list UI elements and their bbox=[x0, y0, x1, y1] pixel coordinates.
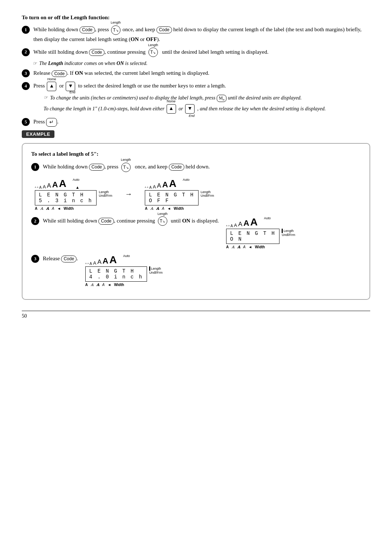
rl-undl-4: Undl/Frm bbox=[149, 271, 163, 274]
lf-6: A bbox=[52, 180, 58, 189]
lf-3: A bbox=[39, 185, 42, 189]
ex-step-number-2: 2 bbox=[31, 217, 39, 225]
lb-width: Width bbox=[64, 207, 74, 211]
section-title: To turn on or off the Length function: bbox=[22, 15, 370, 21]
lf4-3: A bbox=[90, 262, 92, 266]
rl-undl-3: Undl/Frm bbox=[282, 233, 295, 237]
m-key: Mn bbox=[217, 95, 226, 102]
indicator-bar-3 bbox=[282, 229, 283, 233]
lb-a1: A bbox=[35, 207, 37, 211]
up-arrow-note: ▲ bbox=[167, 104, 176, 114]
lb-arrow: ◄ bbox=[57, 207, 61, 211]
step-2: 2 While still holding down Code, continu… bbox=[22, 48, 370, 57]
lb-a2: 𝔸 bbox=[40, 207, 43, 211]
lf4-2: ᴬ bbox=[87, 262, 89, 266]
right-labels-3: Length Undl/Frm bbox=[282, 229, 295, 237]
note-icon-2: ☞ bbox=[44, 95, 48, 101]
step-5: 5 Press ↵. bbox=[22, 117, 370, 126]
note-text-3: To change the length in 1″ (1.0-cm)-step… bbox=[44, 104, 326, 114]
lcd-screen-wrapper-1: L E N G T H 5 . 3 i n c h Length Undl/Fr… bbox=[35, 190, 112, 205]
ex-code-key-release: Code bbox=[61, 256, 77, 262]
lf3-6: A bbox=[244, 219, 249, 228]
lf4-7: A bbox=[109, 254, 117, 266]
rl-length-1: Length bbox=[99, 190, 112, 194]
lb-a4: A bbox=[52, 207, 54, 211]
indicator-bar-4 bbox=[149, 266, 150, 271]
on-text-2: ON bbox=[75, 70, 83, 76]
t-key-2: T↘ bbox=[148, 48, 158, 57]
right-labels-1: Length Undl/Frm bbox=[99, 190, 112, 197]
lf-7: A bbox=[59, 178, 66, 189]
lf-2: ᴬ bbox=[37, 186, 38, 189]
lb3-arrow: ◄ bbox=[248, 245, 252, 249]
arrow-indicator-1: ▲ bbox=[75, 185, 79, 189]
lcd-line1-4: L E N G T H bbox=[89, 268, 143, 274]
page-content: To turn on or off the Length function: 1… bbox=[22, 15, 370, 319]
lb4-a2: 𝔸 bbox=[91, 283, 94, 287]
ex-step-2-content: While still holding down Code, continue … bbox=[43, 218, 219, 224]
t-length-key-1: Length T↘ bbox=[111, 25, 121, 35]
lb3-a2: 𝔸 bbox=[232, 245, 234, 249]
lf3-7: A bbox=[250, 216, 258, 228]
t-length-key-2: Length T↘ bbox=[148, 48, 158, 57]
step-4-content: Press Home ▲ or End ▼ to select the desi… bbox=[33, 81, 370, 91]
lb-a3: 𝔸 bbox=[46, 207, 49, 211]
lcd-screen-wrapper-2: L E N G T H O F F Length Undl/Frm bbox=[145, 190, 214, 205]
lf-4: A bbox=[43, 184, 46, 189]
lcd-group-2: ᴬ ᴬ A A A A A Auto L E N G T H O F F Len… bbox=[145, 178, 214, 211]
lb4-a3: 𝔸 bbox=[97, 283, 99, 287]
enter-key: ↵ bbox=[46, 118, 57, 127]
right-labels-4: Length Undl/Frm bbox=[149, 266, 163, 274]
lcd-font-row-4: ᴬ ᴬ A A A A A Auto bbox=[85, 254, 130, 266]
lf3-2: ᴬ bbox=[228, 225, 229, 228]
length-bold: Length bbox=[48, 61, 63, 66]
step-3-content: Release Code. If ON was selected, the cu… bbox=[33, 69, 370, 78]
lcd-group-4: ᴬ ᴬ A A A A A Auto L E N G T H bbox=[85, 254, 163, 287]
lcd-line2-3: O N bbox=[230, 236, 275, 242]
example-badge: EXAMPLE bbox=[22, 130, 54, 138]
ex-code-key-1: Code bbox=[89, 164, 105, 171]
example-title: To select a label length of 5": bbox=[31, 151, 361, 157]
note-text-2: To change the units (inches or centimete… bbox=[50, 95, 302, 102]
code-key-4: Code bbox=[52, 70, 67, 77]
auto-label-4: Auto bbox=[123, 254, 130, 258]
lcd-bottom-4: A 𝔸 𝔸 A ◄ Width bbox=[85, 283, 124, 287]
step-4-note-2: To change the length in 1″ (1.0-cm)-step… bbox=[44, 104, 370, 114]
ex-step-2-right: ᴬ ᴬ A A A A A Auto L E N G T H bbox=[226, 216, 295, 249]
lb2-width: Width bbox=[174, 207, 184, 211]
lf2-2: ᴬ bbox=[147, 186, 148, 189]
lcd-line2-4: 4 . 0 i n c h bbox=[89, 274, 143, 280]
lcd-screen-1: L E N G T H 5 . 3 i n c h bbox=[35, 190, 97, 205]
lcd-group-1: ᴬ ᴬ A A A A A Auto ▲ L E N G T H 5 . 3 i… bbox=[35, 178, 112, 211]
down-key: End ▼ bbox=[66, 81, 75, 91]
lb2-arrow: ◄ bbox=[167, 207, 171, 211]
auto-label-3: Auto bbox=[264, 216, 271, 220]
lf3-5: A bbox=[238, 221, 242, 228]
lb4-a1: A bbox=[85, 283, 88, 287]
auto-label-1: Auto bbox=[73, 178, 79, 181]
ex-step-1-content: While holding down Code, press Length T↘… bbox=[43, 162, 361, 172]
step-number-4: 4 bbox=[22, 82, 30, 90]
lcd-font-row-1: ᴬ ᴬ A A A A A Auto ▲ bbox=[35, 178, 79, 189]
t-key: T↘ bbox=[111, 25, 121, 35]
lf-5: A bbox=[47, 182, 51, 189]
example-step-1: 1 While holding down Code, press Length … bbox=[31, 162, 361, 172]
rl-indicator-3: Length bbox=[282, 229, 295, 233]
lcd-screen-3: L E N G T H O N bbox=[226, 229, 279, 244]
lcd-bottom-2: A 𝔸 𝔸 A ◄ Width bbox=[145, 207, 184, 211]
lb3-width: Width bbox=[255, 245, 265, 249]
lcd-screen-4: L E N G T H 4 . 0 i n c h bbox=[85, 266, 147, 282]
code-key-3: Code bbox=[89, 49, 105, 56]
lf2-1: ᴬ bbox=[145, 186, 146, 189]
lcd-bottom-1: A 𝔸 𝔸 A ◄ Width bbox=[35, 207, 74, 211]
lf2-3: A bbox=[149, 185, 152, 189]
note-icon-1: ☞ bbox=[33, 61, 37, 66]
lcd-displays-row1: ᴬ ᴬ A A A A A Auto ▲ L E N G T H 5 . 3 i… bbox=[35, 178, 361, 211]
lcd-bottom-3: A 𝔸 𝔸 A ◄ Width bbox=[226, 245, 265, 249]
step-number-3: 3 bbox=[22, 69, 30, 77]
ex-t-key-1: Length T↘ bbox=[121, 162, 131, 172]
page-footer: 50 bbox=[22, 311, 370, 319]
step-number-5: 5 bbox=[22, 118, 30, 126]
ex-step-2-left: While still holding down Code, continue … bbox=[43, 216, 219, 226]
lf2-4: A bbox=[153, 184, 156, 189]
